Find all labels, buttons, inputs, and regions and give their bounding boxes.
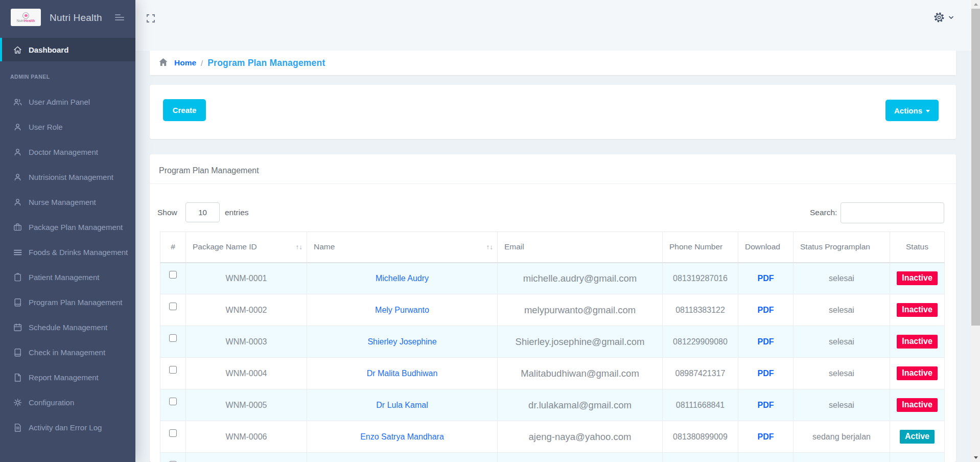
user-icon <box>13 197 22 207</box>
column-header-status: Status <box>890 232 945 263</box>
cell-status: Inactive <box>890 389 945 421</box>
breadcrumb-home-link[interactable]: Home <box>174 58 196 67</box>
sort-icons: ↑↓ <box>296 243 303 251</box>
entries-select[interactable]: 10 <box>185 202 220 222</box>
pdf-link[interactable]: PDF <box>758 337 774 346</box>
sidebar-brand: NutriHealth Nutri Health <box>0 0 135 29</box>
search-input[interactable] <box>841 202 944 223</box>
cell-download: PDF <box>738 389 794 421</box>
status-badge: Inactive <box>897 271 938 285</box>
sidebar-item-nurse-management[interactable]: Nurse Management <box>0 190 135 215</box>
cell-download: PDF <box>738 263 794 294</box>
toolbar-card: Create Actions <box>150 85 956 139</box>
row-checkbox[interactable] <box>169 366 177 374</box>
row-checkbox[interactable] <box>169 271 177 279</box>
briefcase-icon <box>13 222 22 232</box>
pdf-link[interactable]: PDF <box>758 306 774 314</box>
cell-select <box>160 326 186 358</box>
table-row: WNM-0001Michelle Audrymichelle.audry@gma… <box>160 263 945 294</box>
create-button[interactable]: Create <box>163 99 206 121</box>
pdf-link[interactable]: PDF <box>758 401 774 409</box>
sidebar-collapse-icon[interactable] <box>115 14 124 20</box>
scrollbar-up-arrow[interactable] <box>974 3 978 6</box>
patient-name-link[interactable]: Enzo Satrya Mandhara <box>360 432 444 441</box>
gear-icon <box>13 398 22 407</box>
data-table: #Package Name ID↑↓Name↑↓EmailPhone Numbe… <box>160 232 945 462</box>
breadcrumb-current: Program Plan Management <box>207 58 325 68</box>
cell-package-id: WNM-0006 <box>186 421 307 453</box>
sidebar-item-foods-drinks-management[interactable]: Foods & Drinks Management <box>0 240 135 265</box>
column-header-select: # <box>160 232 186 263</box>
calendar-icon <box>13 322 22 332</box>
logo-mark-icon <box>22 12 29 19</box>
pdf-link[interactable]: PDF <box>758 369 774 378</box>
cell-package-id: WNM-0003 <box>186 326 307 358</box>
brand-name: Nutri Health <box>50 12 102 24</box>
patient-name-link[interactable]: Mely Purwanto <box>375 306 429 314</box>
row-checkbox[interactable] <box>169 398 177 405</box>
patient-name-link[interactable]: Shierley Josephine <box>367 337 436 346</box>
top-navbar <box>135 0 971 51</box>
column-header-download: Download <box>738 232 794 263</box>
page-scrollbar[interactable] <box>971 0 980 462</box>
chevron-down-icon[interactable] <box>948 15 954 19</box>
gear-icon[interactable] <box>934 12 945 23</box>
sidebar-item-dashboard[interactable]: Dashboard <box>0 38 135 61</box>
cell-phone: 08111668841 <box>663 389 738 421</box>
sort-icons: ↑↓ <box>486 243 494 251</box>
table-row <box>160 453 945 462</box>
sidebar-item-report-management[interactable]: Report Management <box>0 365 135 390</box>
sidebar-item-schedule-management[interactable]: Schedule Management <box>0 315 135 340</box>
row-checkbox[interactable] <box>169 334 177 342</box>
column-header-name[interactable]: Name↑↓ <box>307 232 498 263</box>
table-row: WNM-0006Enzo Satrya Mandharaajeng-naya@y… <box>160 421 945 453</box>
cell-status: Inactive <box>890 358 945 389</box>
row-checkbox[interactable] <box>169 303 177 310</box>
cell-package-id: WNM-0004 <box>186 358 307 389</box>
sidebar-item-program-plan-management[interactable]: Program Plan Management <box>0 290 135 315</box>
cell-phone <box>663 453 738 462</box>
cell-email: Malitabudhiwan@gmail.com <box>498 358 663 389</box>
pdf-link[interactable]: PDF <box>758 432 774 441</box>
sidebar-item-check-in-management[interactable]: Check in Management <box>0 340 135 365</box>
status-badge: Inactive <box>897 303 938 317</box>
pdf-link[interactable]: PDF <box>758 274 774 283</box>
entries-label: entries <box>225 208 249 217</box>
scrollbar-down-arrow[interactable] <box>974 456 978 459</box>
cell-package-id: WNM-0005 <box>186 389 307 421</box>
home-icon <box>13 45 22 55</box>
cell-name <box>307 453 498 462</box>
user-icon <box>13 172 22 182</box>
sidebar-item-package-plan-management[interactable]: Package Plan Management <box>0 215 135 240</box>
cell-email: melypurwanto@gmail.com <box>498 294 663 326</box>
sidebar-item-activity-dan-error-log[interactable]: Activity dan Error Log <box>0 415 135 440</box>
logo-wordmark: NutriHealth <box>16 19 35 23</box>
actions-button[interactable]: Actions <box>885 100 939 121</box>
sidebar-item-user-role[interactable]: User Role <box>0 114 135 140</box>
show-label: Show <box>157 208 177 217</box>
row-checkbox[interactable] <box>169 429 177 437</box>
sidebar-item-doctor-management[interactable]: Doctor Management <box>0 140 135 165</box>
column-header-package-name-id[interactable]: Package Name ID↑↓ <box>186 232 307 263</box>
sidebar-item-patient-management[interactable]: Patient Management <box>0 265 135 290</box>
patient-name-link[interactable]: Michelle Audry <box>376 274 429 283</box>
sidebar-item-nutrisionist-management[interactable]: Nutrisionist Management <box>0 165 135 190</box>
card-divider <box>150 183 956 184</box>
cell-select <box>160 421 186 453</box>
cell-phone: 081319287016 <box>663 263 738 294</box>
cell-name: Enzo Satrya Mandhara <box>307 421 498 453</box>
cell-select <box>160 294 186 326</box>
cell-status: Inactive <box>890 326 945 358</box>
cell-select <box>160 358 186 389</box>
sidebar-item-user-admin-panel[interactable]: User Admin Panel <box>0 89 135 114</box>
cell-name: Dr Malita Budhiwan <box>307 358 498 389</box>
cell-name: Shierley Josephine <box>307 326 498 358</box>
column-header-phone-number: Phone Number <box>663 232 738 263</box>
patient-name-link[interactable]: Dr Malita Budhiwan <box>367 369 438 378</box>
sidebar-item-configuration[interactable]: Configuration <box>0 390 135 415</box>
patient-name-link[interactable]: Dr Lula Kamal <box>376 401 428 409</box>
file-text-icon <box>13 423 22 432</box>
cell-download: PDF <box>738 421 794 453</box>
scrollbar-thumb[interactable] <box>971 9 980 326</box>
fullscreen-icon[interactable] <box>146 14 155 25</box>
